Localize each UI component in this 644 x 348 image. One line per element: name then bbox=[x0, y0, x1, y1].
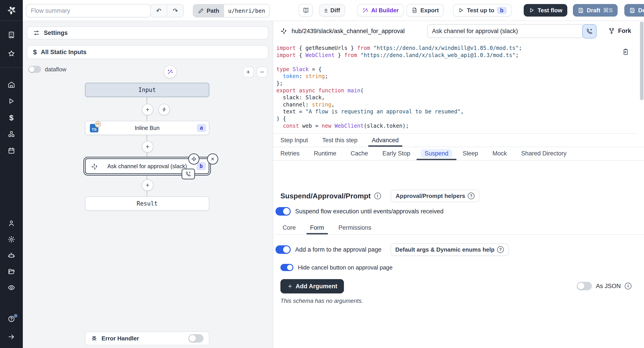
code-line: channel: string, bbox=[276, 101, 638, 108]
diff-button[interactable]: ± Diff bbox=[319, 4, 345, 16]
tab-step-input[interactable]: Step Input bbox=[278, 134, 310, 147]
windmill-logo-icon[interactable] bbox=[0, 0, 23, 20]
flow-summary-input[interactable] bbox=[26, 4, 151, 18]
sidebar-divider bbox=[0, 68, 23, 68]
step-name-input[interactable] bbox=[427, 24, 584, 38]
suspend-heading: Suspend/Approval/Prompt bbox=[280, 192, 371, 200]
workspace-icon[interactable] bbox=[0, 27, 23, 42]
pencil-icon bbox=[198, 8, 204, 14]
hide-cancel-label: Hide cancel button on approval page bbox=[298, 264, 393, 271]
windmill-flow-editor: $ bbox=[0, 0, 644, 348]
suspend-approval-button[interactable] bbox=[582, 24, 596, 38]
workers-robot-icon[interactable] bbox=[0, 248, 23, 263]
save-icon bbox=[578, 7, 584, 14]
graph-node-input[interactable]: Input bbox=[85, 83, 209, 97]
save-draft-button[interactable]: Draft ⌘S bbox=[573, 4, 618, 16]
home-icon[interactable] bbox=[0, 77, 23, 92]
code-line bbox=[276, 59, 638, 66]
help-icon[interactable] bbox=[0, 311, 23, 326]
shortcut-hint: ⌘S bbox=[603, 7, 613, 14]
step-id-badge: b bbox=[196, 162, 206, 170]
step-badge: b bbox=[497, 7, 506, 14]
add-argument-button[interactable]: Add Argument bbox=[280, 279, 344, 294]
tab-runtime[interactable]: Runtime bbox=[312, 147, 338, 160]
users-person-icon[interactable] bbox=[0, 216, 23, 231]
export-button[interactable]: Export bbox=[406, 4, 444, 16]
suspend-tab-permissions[interactable]: Permissions bbox=[337, 221, 373, 234]
code-line: ) { bbox=[276, 116, 638, 122]
favorites-star-icon[interactable] bbox=[0, 46, 23, 61]
code-line: export async function main( bbox=[276, 87, 638, 94]
code-editor[interactable]: import { getResumeUrls } from "https://d… bbox=[273, 42, 638, 134]
folders-icon[interactable] bbox=[0, 264, 23, 279]
test-flow-button[interactable]: Test flow bbox=[524, 4, 567, 16]
code-line: const web = new WebClient(slack.token); bbox=[276, 122, 638, 130]
hub-path[interactable]: hub/2439/slack/ask_channel_for_approval bbox=[280, 28, 405, 35]
tab-mock[interactable]: Mock bbox=[490, 147, 509, 160]
hide-cancel-toggle[interactable] bbox=[280, 264, 294, 271]
info-icon[interactable]: i bbox=[374, 192, 381, 199]
suspend-tab-form[interactable]: Form bbox=[308, 221, 326, 234]
tab-early-stop[interactable]: Early Stop bbox=[380, 147, 412, 160]
error-handler-toggle[interactable] bbox=[188, 334, 204, 343]
add-step-button[interactable] bbox=[142, 141, 154, 152]
schedules-calendar-icon[interactable] bbox=[0, 143, 23, 158]
add-step-button[interactable] bbox=[142, 179, 154, 191]
suspend-phone-badge[interactable] bbox=[182, 169, 195, 179]
book-icon bbox=[303, 7, 309, 14]
add-form-toggle[interactable] bbox=[276, 245, 291, 254]
tab-retries[interactable]: Retries bbox=[278, 147, 302, 160]
code-line: import { getResumeUrls } from "https://d… bbox=[276, 45, 638, 52]
audit-eye-icon[interactable] bbox=[0, 280, 23, 295]
runs-play-icon[interactable] bbox=[0, 94, 23, 109]
question-icon: ? bbox=[497, 246, 504, 253]
add-form-label: Add a form to the approval page bbox=[295, 246, 382, 253]
resources-boxes-icon[interactable] bbox=[0, 126, 23, 142]
tab-test-this-step[interactable]: Test this step bbox=[320, 134, 359, 147]
collapse-arrow-icon[interactable] bbox=[0, 329, 23, 344]
enums-help-button[interactable]: Default args & Dynamic enums help ? bbox=[390, 243, 509, 256]
suspend-tab-core[interactable]: Core bbox=[281, 221, 298, 234]
deploy-button[interactable]: Deploy bbox=[624, 4, 644, 16]
variables-dollar-icon[interactable]: $ bbox=[0, 110, 23, 125]
flow-editor-panel: Settings $ All Static Inputs dataflow + … bbox=[23, 20, 273, 348]
docs-book-button[interactable] bbox=[299, 4, 313, 16]
suspend-toggle-label: Suspend flow execution until events/appr… bbox=[295, 208, 444, 215]
tab-sleep[interactable]: Sleep bbox=[461, 147, 480, 160]
redo-button[interactable]: ↷ bbox=[167, 4, 183, 17]
undo-button[interactable]: ↶ bbox=[151, 4, 167, 17]
code-line: text = "A flow is requesting an approval… bbox=[276, 108, 638, 116]
sidebar-divider bbox=[0, 20, 23, 21]
sidebar: $ bbox=[0, 0, 23, 348]
fork-button[interactable]: Fork bbox=[606, 24, 634, 38]
notification-dot bbox=[14, 314, 18, 318]
tab-suspend[interactable]: Suspend bbox=[423, 147, 450, 160]
error-handler-card[interactable]: Error Handler bbox=[85, 332, 209, 345]
graph-node-result[interactable]: Result bbox=[85, 196, 209, 211]
phone-incoming-icon bbox=[586, 28, 593, 35]
approval-helpers-button[interactable]: Approval/Prompt helpers ? bbox=[391, 190, 480, 202]
add-step-button[interactable] bbox=[142, 104, 154, 116]
undo-redo-group: ↶ ↷ bbox=[150, 4, 184, 18]
as-json-toggle[interactable] bbox=[577, 282, 592, 290]
test-up-to-button[interactable]: Test up to b bbox=[453, 4, 512, 16]
path-value[interactable]: u/henri/ben bbox=[224, 4, 269, 17]
info-icon[interactable]: i bbox=[625, 283, 632, 290]
suspend-execution-toggle[interactable] bbox=[276, 207, 291, 216]
path-button[interactable]: Path bbox=[193, 4, 224, 17]
tab-cache[interactable]: Cache bbox=[349, 147, 370, 160]
scrollbar-thumb[interactable] bbox=[640, 22, 644, 100]
copy-code-button[interactable] bbox=[622, 48, 629, 56]
plus-icon bbox=[287, 283, 293, 289]
add-trigger-bolt-button[interactable] bbox=[158, 104, 170, 116]
tab-shared-directory[interactable]: Shared Directory bbox=[520, 147, 568, 160]
delete-step-button[interactable]: × bbox=[207, 154, 218, 164]
ai-builder-button[interactable]: AI Builder bbox=[357, 4, 404, 16]
code-line: slack: Slack, bbox=[276, 94, 638, 101]
move-step-button[interactable] bbox=[188, 154, 200, 164]
settings-gear-icon[interactable] bbox=[0, 232, 23, 247]
wand-sparkles-icon bbox=[362, 7, 368, 14]
step-tabs: Step InputTest this stepAdvanced bbox=[273, 134, 644, 147]
graph-node-inline-bun[interactable]: TS Inline Bun a bbox=[85, 121, 209, 135]
tab-advanced[interactable]: Advanced bbox=[370, 134, 400, 147]
